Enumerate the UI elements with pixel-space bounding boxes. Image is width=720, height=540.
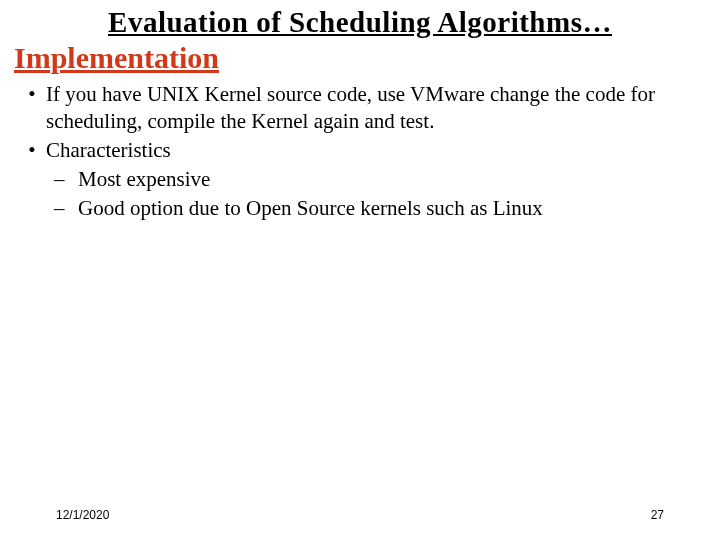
sub-bullet-item: – Most expensive — [54, 166, 706, 193]
bullet-text: If you have UNIX Kernel source code, use… — [46, 81, 706, 135]
bullet-text: Characteristics — [46, 137, 706, 164]
bullet-item: • If you have UNIX Kernel source code, u… — [18, 81, 706, 135]
bullet-item: • Characteristics — [18, 137, 706, 164]
sub-bullet-marker: – — [54, 166, 78, 193]
slide-subtitle: Implementation — [14, 41, 706, 75]
slide-content: • If you have UNIX Kernel source code, u… — [14, 81, 706, 221]
footer-page-number: 27 — [651, 508, 664, 522]
sub-bullet-item: – Good option due to Open Source kernels… — [54, 195, 706, 222]
slide-title: Evaluation of Scheduling Algorithms… — [14, 6, 706, 39]
sub-bullet-text: Good option due to Open Source kernels s… — [78, 195, 706, 222]
slide: Evaluation of Scheduling Algorithms… Imp… — [0, 0, 720, 221]
sub-bullet-text: Most expensive — [78, 166, 706, 193]
sub-bullet-marker: – — [54, 195, 78, 222]
footer-date: 12/1/2020 — [56, 508, 109, 522]
bullet-marker: • — [18, 81, 46, 135]
slide-footer: 12/1/2020 27 — [0, 508, 720, 522]
bullet-marker: • — [18, 137, 46, 164]
